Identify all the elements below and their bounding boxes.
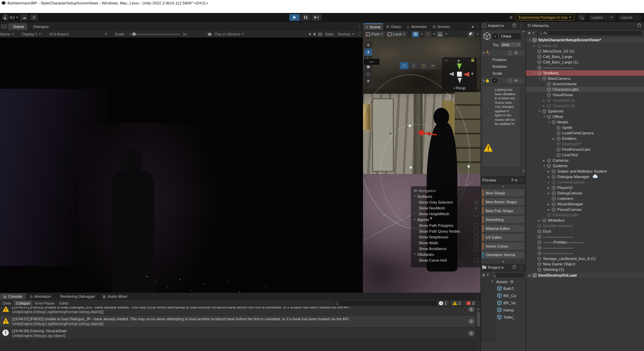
expand-arrow-icon[interactable]: ▶ — [553, 137, 556, 140]
lock-icon[interactable] — [471, 59, 474, 62]
inspector-scrollbar[interactable]: ▲ ▼ — [521, 30, 526, 176]
scene-view[interactable]: ✣ ✚ ↻ ▣ ▢ ⊕ ≡≡ ⬡ ⌻ ⬡ ▱ ≡≡ y x ‹ Persp AI… — [363, 38, 481, 293]
transform-property-row[interactable]: Position — [481, 56, 526, 63]
checkbox[interactable] — [474, 241, 478, 245]
checkbox[interactable] — [474, 247, 478, 251]
layout-dropdown[interactable]: Layout — [618, 14, 641, 20]
hierarchy-row[interactable]: ▶ Dialogue Manager — [526, 174, 644, 179]
help-icon[interactable]: ? — [508, 78, 512, 83]
hierarchy-row[interactable]: Cell_Bars_Large — [526, 54, 644, 59]
grid-snapping-toggle[interactable] — [424, 31, 431, 37]
create-object-button[interactable]: + — [528, 30, 531, 35]
console-tab[interactable]: ▥Audio Mixer — [99, 293, 131, 299]
handle-icon[interactable]: ≡≡ — [444, 59, 448, 62]
kebab-menu-icon[interactable]: ⋮ — [518, 178, 524, 182]
asset-row[interactable]: BR_Ca — [495, 292, 526, 299]
cube-outline-button[interactable]: ⬡ — [419, 62, 428, 69]
breadcrumb[interactable]: Assets › B — [495, 279, 526, 285]
expand-arrow-icon[interactable]: ▶ — [543, 104, 547, 107]
pause-button[interactable] — [300, 14, 311, 21]
hierarchy-row[interactable]: Cell_Bars_Large (1) — [526, 59, 644, 65]
foldout-arrow-icon[interactable]: ▼ — [482, 52, 486, 55]
hierarchy-row[interactable]: New Game Object — [526, 261, 644, 267]
hierarchy-row[interactable]: Sun(We indoors) — [526, 223, 644, 229]
light-component-header[interactable]: ▼ ✓ ? ⋮ — [481, 77, 526, 84]
debug-bug-icon[interactable] — [209, 33, 211, 36]
expand-arrow-icon[interactable]: ▼ — [543, 164, 547, 167]
increment-snap-button[interactable] — [437, 31, 444, 37]
expand-arrow-icon[interactable]: ▼ — [538, 77, 542, 80]
game-view[interactable] — [0, 38, 363, 293]
console-tab[interactable]: ▤Console — [0, 293, 26, 299]
scroll-up-icon[interactable]: ▲ — [476, 307, 481, 310]
shading-mode-dropdown[interactable] — [468, 31, 475, 37]
nav-overlay-row[interactable]: ▼ Show HeightMesh — [414, 211, 478, 217]
handle-orientation-dropdown[interactable]: Local — [386, 31, 407, 37]
hierarchy-row[interactable]: MirrorDoor_02 (1) — [526, 48, 644, 54]
console-search-input[interactable] — [334, 301, 439, 305]
asset-row[interactable]: BR_Va — [495, 299, 526, 306]
probuilder-button[interactable]: UV Editor — [482, 234, 524, 241]
component-enabled-checkbox[interactable]: ✓ — [492, 78, 497, 83]
probuilder-button[interactable]: New Poly Shape — [482, 207, 524, 214]
preview-subtab[interactable]: P — [511, 178, 514, 182]
search-button[interactable] — [577, 14, 586, 20]
checkbox[interactable] — [474, 258, 478, 263]
expand-arrow-icon[interactable]: ▶ — [543, 99, 547, 102]
experimental-packages-button[interactable]: Experimental Packages In Use — [515, 14, 574, 20]
hierarchy-row[interactable]: ----------------------- — [526, 234, 644, 239]
hierarchy-row[interactable]: ▶ Cameras — [526, 158, 644, 163]
overlay-drag-handle[interactable]: ≡≡ — [364, 59, 380, 65]
lock-icon[interactable] — [513, 24, 516, 27]
perspective-toggle[interactable]: ‹ Persp — [442, 86, 477, 90]
tab-overflow-icon[interactable]: ▶ — [502, 266, 504, 269]
console-toolbar-button[interactable]: Clear — [0, 301, 14, 306]
hierarchy-row[interactable]: Dust — [526, 229, 644, 234]
nav-overlay-row[interactable]: ▼ Agents — [414, 217, 478, 222]
gizmos-dropdown[interactable]: Gizmos — [336, 32, 356, 36]
nav-overlay-row[interactable]: ▼ Show Path Query Nodes — [414, 228, 478, 234]
account-button[interactable]: RJ — [3, 15, 18, 20]
scroll-up-icon[interactable]: ▲ — [522, 30, 525, 33]
expand-arrow-icon[interactable]: ▼ — [533, 72, 537, 75]
chevron-down-icon[interactable] — [421, 33, 423, 35]
log-filter-badge[interactable]: 2 — [451, 301, 462, 306]
tab-overflow-icon[interactable]: ▶ — [502, 24, 504, 27]
chevron-down-icon[interactable] — [433, 33, 435, 35]
lock-icon[interactable] — [513, 266, 516, 269]
scene-panel-tab[interactable]: #Scene — [363, 23, 383, 30]
expand-arrow-icon[interactable]: ▼ — [529, 39, 532, 42]
step-button[interactable] — [311, 14, 321, 21]
expand-arrow-icon[interactable]: ▼ — [538, 110, 542, 113]
vsync-grid-icon[interactable] — [318, 33, 322, 36]
gizmo-center-cube[interactable] — [457, 72, 462, 77]
presets-icon[interactable] — [514, 79, 518, 82]
foldout-arrow-icon[interactable]: ▼ — [482, 79, 486, 82]
gizmo-handle-square[interactable] — [409, 125, 411, 127]
nav-overlay-row[interactable]: ▼ Obstacles — [414, 251, 478, 257]
project-header[interactable]: Project ▶ ⋮ — [481, 264, 526, 272]
hierarchy-row[interactable]: ----------------------- — [526, 245, 644, 250]
hierarchy-row[interactable]: ▶ PlayerUI — [526, 185, 644, 190]
hierarchy-row[interactable]: FirstPersonCam — [526, 147, 644, 152]
rect-tool-button[interactable]: ▢ — [364, 70, 372, 77]
kebab-menu-icon[interactable]: ⋮ — [356, 32, 363, 36]
expand-arrow-icon[interactable]: ▼ — [543, 115, 547, 118]
display-dropdown[interactable]: Display 1 — [20, 32, 43, 36]
nav-overlay-row[interactable]: ▼ Show Path Polygons — [414, 222, 478, 228]
dotted-frame-button[interactable]: ⌻ — [409, 62, 418, 69]
expand-arrow-icon[interactable]: ▶ — [548, 186, 552, 189]
kebab-menu-icon[interactable]: ⋮ — [518, 265, 524, 270]
move-tool-button[interactable]: ✚ — [364, 49, 372, 56]
scene-panel-tab[interactable]: ⊡Screen — [430, 23, 453, 30]
gizmo-handle-square[interactable] — [468, 165, 470, 167]
hierarchy-row[interactable]: CharacterLight — [526, 212, 644, 218]
checkbox[interactable] — [474, 223, 478, 228]
probuilder-button[interactable]: Orientation: Normal — [482, 251, 524, 259]
expand-arrow-icon[interactable]: ▶ — [538, 219, 542, 222]
gizmo-x-axis-cone[interactable] — [463, 72, 469, 77]
play-focus-dropdown[interactable]: Play in Window — [212, 32, 246, 36]
console-scrollbar[interactable]: ▲ — [476, 307, 481, 351]
kebab-menu-icon[interactable]: ⋮ — [518, 24, 524, 28]
hierarchy-row[interactable]: SceneVolume — [526, 81, 644, 87]
